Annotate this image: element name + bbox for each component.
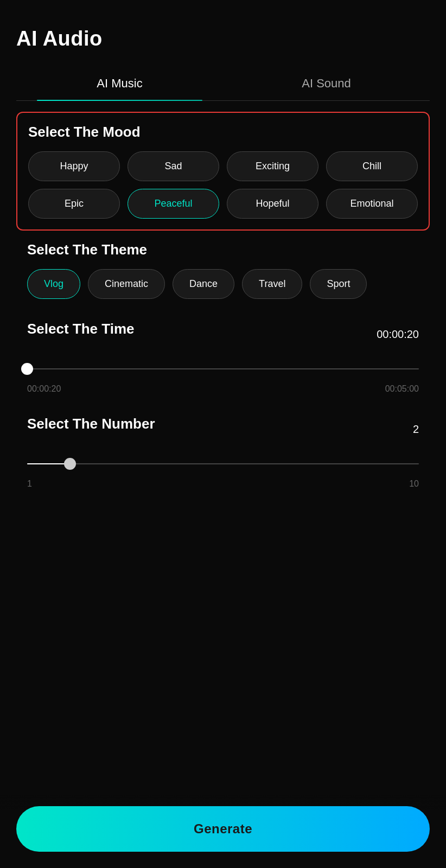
mood-btn-exciting[interactable]: Exciting — [227, 151, 318, 181]
number-section-title: Select The Number — [27, 416, 155, 432]
theme-section-title: Select The Theme — [27, 241, 419, 258]
mood-grid: Happy Sad Exciting Chill Epic Peaceful H… — [28, 151, 418, 219]
mood-btn-emotional[interactable]: Emotional — [326, 189, 418, 219]
mood-section: Select The Mood Happy Sad Exciting Chill… — [16, 112, 430, 231]
mood-btn-peaceful[interactable]: Peaceful — [128, 189, 219, 219]
number-min-label: 1 — [27, 479, 32, 489]
mood-btn-chill[interactable]: Chill — [326, 151, 418, 181]
time-max-label: 00:05:00 — [385, 384, 419, 394]
number-slider-track — [27, 463, 419, 464]
generate-button[interactable]: Generate — [16, 806, 430, 852]
mood-btn-hopeful[interactable]: Hopeful — [227, 189, 318, 219]
mood-btn-happy[interactable]: Happy — [28, 151, 120, 181]
tab-ai-sound[interactable]: AI Sound — [223, 67, 430, 100]
number-slider-thumb[interactable] — [64, 458, 76, 470]
number-max-label: 10 — [409, 479, 419, 489]
number-slider-container[interactable] — [27, 453, 419, 475]
time-slider-labels: 00:00:20 00:05:00 — [27, 384, 419, 394]
time-min-label: 00:00:20 — [27, 384, 61, 394]
theme-btn-cinematic[interactable]: Cinematic — [88, 269, 165, 299]
generate-btn-container: Generate — [0, 795, 446, 868]
page-title: AI Audio — [16, 27, 430, 50]
time-slider-thumb[interactable] — [21, 363, 33, 375]
theme-btn-sport[interactable]: Sport — [310, 269, 367, 299]
theme-btn-travel[interactable]: Travel — [242, 269, 302, 299]
time-slider-track — [27, 368, 419, 369]
tabs-container: AI Music AI Sound — [16, 67, 430, 101]
theme-btn-dance[interactable]: Dance — [173, 269, 234, 299]
time-slider-container[interactable] — [27, 358, 419, 380]
number-section: Select The Number 2 1 10 — [16, 410, 430, 494]
mood-section-title: Select The Mood — [28, 124, 418, 141]
theme-btn-vlog[interactable]: Vlog — [27, 269, 80, 299]
theme-grid: Vlog Cinematic Dance Travel Sport — [27, 269, 419, 299]
number-current-value: 2 — [413, 423, 419, 436]
time-section: Select The Time 00:00:20 00:00:20 00:05:… — [16, 315, 430, 399]
time-current-value: 00:00:20 — [377, 328, 419, 341]
number-slider-labels: 1 10 — [27, 479, 419, 489]
mood-btn-sad[interactable]: Sad — [128, 151, 219, 181]
theme-section: Select The Theme Vlog Cinematic Dance Tr… — [16, 236, 430, 304]
tab-ai-music[interactable]: AI Music — [16, 67, 223, 100]
mood-btn-epic[interactable]: Epic — [28, 189, 120, 219]
time-section-title: Select The Time — [27, 321, 135, 337]
